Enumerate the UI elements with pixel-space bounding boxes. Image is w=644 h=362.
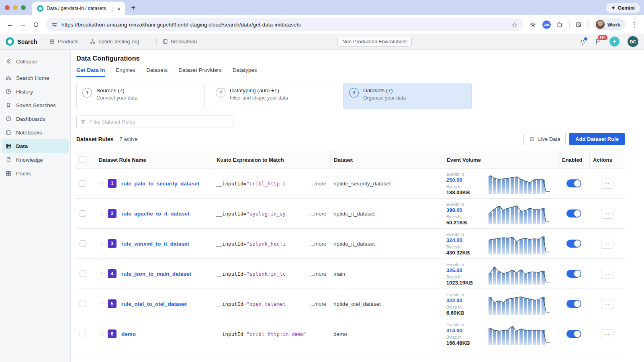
close-tab-icon[interactable]: × [116,5,121,12]
live-data-button[interactable]: Live Data [523,133,566,145]
organization-selector[interactable]: riptide-testing-org [90,39,139,45]
header-dataset[interactable]: Dataset [330,151,443,168]
header-kusto-expression[interactable]: Kusto Expression to Match [213,151,330,168]
filter-input[interactable] [89,119,229,125]
enabled-toggle[interactable] [566,270,581,278]
notifications-bell-icon[interactable] [579,38,586,45]
tab-datatypes[interactable]: Datatypes [233,67,257,77]
expand-more-link[interactable]: ...more [310,301,326,307]
drag-handle-icon[interactable] [99,210,104,217]
row-actions-button[interactable]: ⋯ [601,209,613,219]
row-checkbox[interactable] [80,270,86,277]
browser-menu-icon[interactable]: ⋮ [628,20,640,29]
close-window-button[interactable] [5,5,10,10]
enabled-toggle[interactable] [566,330,581,338]
add-dataset-rule-button[interactable]: Add Dataset Rule [569,133,625,145]
address-bar[interactable]: https://breakathon-amazing-mirzakhani-gc… [46,18,523,31]
fullscreen-window-button[interactable] [21,5,26,10]
drag-handle-icon[interactable] [99,240,104,247]
table-row: 5 rule_otel_to_otel_dataset __inputId="o… [76,289,625,319]
table-row: 3 rule_winxml_to_it_dataset __inputId="s… [76,229,625,259]
step-card-2[interactable]: 2 Datatyping (auto +1) Filter and shape … [210,83,338,109]
step-number: 2 [216,88,225,98]
header-enabled[interactable]: Enabled [558,151,589,168]
assistant-sparkle-icon[interactable]: ✦ [609,37,619,47]
collapse-icon [5,58,12,65]
rule-name-link[interactable]: rule_winxml_to_it_dataset [121,241,189,247]
row-checkbox[interactable] [80,180,86,187]
expand-more-link[interactable]: ...more [310,241,326,247]
event-volume-sparkline [489,203,551,224]
row-checkbox[interactable] [80,240,86,247]
browser-profile-button[interactable]: Work [594,18,625,31]
sidebar-item-search-home[interactable]: Search Home [0,71,70,85]
sidebar-item-notebooks[interactable]: Notebooks [0,126,70,139]
header-event-volume[interactable]: Event Volume [443,151,558,168]
dataset-rules-table: Dataset Rule Name Kusto Expression to Ma… [76,151,625,356]
sidebar-item-packs[interactable]: Packs [0,167,70,180]
rule-name-link[interactable]: rule_otel_to_otel_dataset [121,301,187,307]
tab-engines[interactable]: Engines [116,67,135,77]
site-info-icon[interactable] [51,22,57,28]
sidebar-item-history[interactable]: History [0,85,70,98]
enabled-toggle[interactable] [566,300,581,308]
extension-gear-icon[interactable] [527,18,539,31]
rule-name-link[interactable]: rule_palo_to_security_dataset [121,181,199,187]
back-button[interactable]: ← [4,18,16,31]
tab-get-data-in[interactable]: Get Data In [76,67,105,77]
table-icon [5,143,12,149]
enabled-toggle[interactable] [566,240,581,248]
bytes-in-label: Bytes In [446,214,483,219]
row-actions-button[interactable]: ⋯ [601,299,613,309]
drag-handle-icon[interactable] [99,331,104,337]
extensions-puzzle-icon[interactable] [554,18,566,31]
expand-more-link[interactable]: ...more [310,181,326,187]
minimize-window-button[interactable] [13,5,18,10]
step-card-1[interactable]: 1 Sources (7) Connect your data [76,83,205,109]
bookmark-star-icon[interactable]: ☆ [511,21,517,28]
row-checkbox[interactable] [80,301,86,307]
browser-tab[interactable]: Data / get-data-in / datasets × [32,2,125,15]
rule-name-link[interactable]: rule_json_to_main_dataset [121,271,191,277]
sidebar-item-knowledge[interactable]: Knowledge [0,153,70,167]
updates-flag-icon[interactable]: 99+ [594,38,601,45]
row-checkbox[interactable] [80,331,86,337]
expand-more-link[interactable]: ...more [310,211,326,217]
tab-datasets[interactable]: Datasets [146,67,168,77]
tab-search-icon[interactable] [573,18,585,31]
drag-handle-icon[interactable] [99,301,104,307]
drag-handle-icon[interactable] [99,180,104,187]
header-actions[interactable]: Actions [589,151,625,168]
header-rule-name[interactable]: Dataset Rule Name [96,151,213,168]
sidebar-item-saved-searches[interactable]: Saved Searches [0,98,70,112]
workspace-selector[interactable]: breakathon [162,39,197,45]
drag-handle-icon[interactable] [99,270,104,277]
products-menu[interactable]: Products [49,39,78,45]
enabled-toggle[interactable] [566,179,581,187]
row-actions-button[interactable]: ⋯ [601,269,613,279]
rule-name-link[interactable]: demo [121,331,136,337]
zoom-extension-icon[interactable]: zm [542,20,551,29]
row-checkbox[interactable] [80,210,86,217]
row-actions-button[interactable]: ⋯ [601,329,613,339]
user-avatar[interactable]: DC [628,36,638,47]
row-actions-button[interactable]: ⋯ [601,239,613,249]
gemini-button[interactable]: ✦ Gemini [606,3,640,13]
sidebar-item-collapse[interactable]: Collapse [0,55,70,68]
notebook-icon [5,129,12,136]
sidebar-item-data[interactable]: Data [2,139,69,153]
forward-button[interactable]: → [17,18,29,31]
new-tab-button[interactable]: + [131,3,136,12]
browser-toolbar: ← → https://breakathon-amazing-mirzakhan… [0,15,644,34]
rule-name-link[interactable]: rule_apache_to_it_dataset [121,211,190,217]
row-actions-button[interactable]: ⋯ [601,179,613,189]
reload-button[interactable] [30,18,42,31]
cribl-search-logo-icon [6,37,14,46]
event-volume-sparkline [489,233,551,254]
expand-more-link[interactable]: ...more [310,271,326,277]
select-all-checkbox[interactable] [80,157,86,163]
tab-dataset-providers[interactable]: Dataset Providers [178,67,221,77]
sidebar-item-dashboards[interactable]: Dashboards [0,112,70,126]
step-card-3[interactable]: 3 Datasets (7) Organize your data [343,83,472,109]
enabled-toggle[interactable] [566,209,581,218]
